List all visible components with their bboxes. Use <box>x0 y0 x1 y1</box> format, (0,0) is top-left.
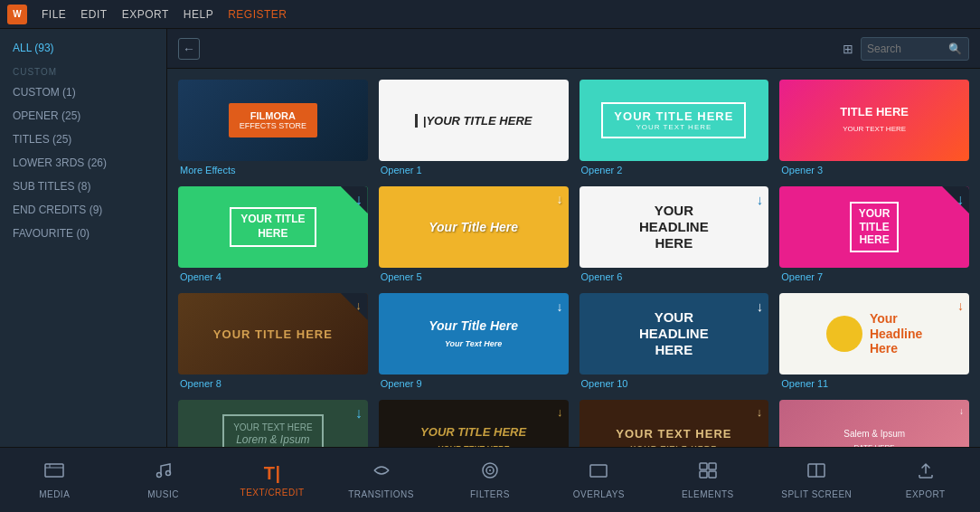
sidebar: ALL (93) CUSTOM CUSTOM (1) OPENER (25) T… <box>0 29 167 447</box>
menu-help[interactable]: HELP <box>184 8 213 21</box>
menu-register[interactable]: REGISTER <box>228 8 287 21</box>
download-badge-13: ↓ <box>557 405 563 421</box>
grid-item-opener9[interactable]: ↓ Your Title HereYour Text Here Opener 9 <box>379 293 569 389</box>
grid-item-opener14[interactable]: ↓ YOUR TEXT HEREYOUR TITLE HERE Opener 1… <box>580 400 769 447</box>
content-panel: ← ⊞ 🔍 FILMORA EFFECTS STORE <box>167 29 980 447</box>
label-opener7: Opener 7 <box>779 271 969 282</box>
grid-item-opener7[interactable]: YOUR TITLE HERE ↓ Opener 7 <box>779 186 969 282</box>
content-header: ← ⊞ 🔍 <box>167 29 980 69</box>
thumb-opener8: YOUR TITLE HERE ↓ <box>178 293 368 375</box>
grid-item-opener5[interactable]: ↓ Your Title Here Opener 5 <box>379 186 569 282</box>
svg-point-1 <box>156 473 161 478</box>
toolbar-elements[interactable]: ELEMENTS <box>672 460 744 499</box>
grid-item-opener11[interactable]: ↓ YourHeadlineHere Opener 11 <box>779 293 969 389</box>
download-badge-9: ↓ <box>557 299 563 315</box>
label-opener3: Opener 3 <box>779 165 969 175</box>
download-badge-12: ↓ <box>355 405 363 422</box>
grid-item-opener1[interactable]: |YOUR TITLE HERE Opener 1 <box>379 80 569 175</box>
export-icon <box>915 460 937 486</box>
search-box: 🔍 <box>861 37 969 61</box>
toolbar-filters[interactable]: FILTERS <box>454 460 526 499</box>
svg-rect-9 <box>700 471 707 478</box>
media-icon <box>43 460 65 486</box>
header-left: ← <box>178 38 200 60</box>
label-opener10: Opener 10 <box>580 378 769 389</box>
sidebar-section-custom: CUSTOM <box>0 63 166 81</box>
download-badge-15: ↓ <box>959 405 964 418</box>
toolbar-split-screen-label: SPLIT SCREEN <box>781 489 852 499</box>
toolbar-overlays[interactable]: OVERLAYS <box>562 460 635 499</box>
grid-item-opener12[interactable]: ↓ YOUR TEXT HERE Lorem & Ipsum DATE HERE… <box>178 400 368 447</box>
grid-item-opener13[interactable]: ↓ YOUR TITLE HEREYOUR TEXT HERE Opener 1… <box>379 400 569 447</box>
toolbar-text-credit[interactable]: T| TEXT/CREDIT <box>236 463 308 498</box>
download-badge-4: ↓ <box>355 192 363 208</box>
split-screen-icon <box>806 460 827 486</box>
sidebar-item-opener[interactable]: OPENER (25) <box>0 104 166 128</box>
back-button[interactable]: ← <box>178 38 200 60</box>
grid-item-opener10[interactable]: ↓ YOURHEADLINEHERE Opener 10 <box>580 293 769 389</box>
yellow-circle <box>826 316 862 352</box>
sidebar-item-custom[interactable]: CUSTOM (1) <box>0 81 166 104</box>
sidebar-item-subtitles[interactable]: SUB TITLES (8) <box>0 175 166 198</box>
sidebar-item-endcredits[interactable]: END CREDITS (9) <box>0 198 166 222</box>
app-logo: W <box>7 5 27 24</box>
thumb-more-effects: FILMORA EFFECTS STORE <box>178 80 368 161</box>
grid-item-opener3[interactable]: TITLE HEREYOUR TEXT HERE Opener 3 <box>779 80 969 175</box>
toolbar-media-label: MEDIA <box>39 489 70 499</box>
grid-item-more-effects[interactable]: FILMORA EFFECTS STORE More Effects <box>178 80 368 175</box>
svg-point-2 <box>165 471 170 476</box>
thumb-opener5: ↓ Your Title Here <box>379 186 569 268</box>
sidebar-item-titles[interactable]: TITLES (25) <box>0 128 166 151</box>
grid-item-opener15[interactable]: ↓ Salem & IpsumDATE HERE Opener 15 <box>779 400 969 447</box>
grid-item-opener8[interactable]: YOUR TITLE HERE ↓ Opener 8 <box>178 293 368 389</box>
search-icon: 🔍 <box>948 43 962 55</box>
toolbar-music-label: MUSIC <box>147 489 179 499</box>
grid-item-opener2[interactable]: YOUR TITLE HERE YOUR TEXT HERE Opener 2 <box>580 80 769 175</box>
label-opener6: Opener 6 <box>580 271 769 282</box>
effects-grid: FILMORA EFFECTS STORE More Effects |YOUR… <box>178 80 969 447</box>
svg-rect-0 <box>45 464 63 477</box>
thumb-opener1: |YOUR TITLE HERE <box>379 80 569 161</box>
filters-icon <box>480 460 500 486</box>
toolbar-export[interactable]: EXPORT <box>890 460 962 499</box>
menu-file[interactable]: FILE <box>42 8 66 21</box>
toolbar-media[interactable]: MEDIA <box>18 460 90 499</box>
menu-export[interactable]: EXPORT <box>122 8 169 21</box>
sidebar-item-favourite[interactable]: FAVOURITE (0) <box>0 222 166 245</box>
thumb-opener2: YOUR TITLE HERE YOUR TEXT HERE <box>580 80 769 161</box>
header-right: ⊞ 🔍 <box>843 37 969 61</box>
overlays-icon <box>588 460 609 486</box>
svg-rect-6 <box>590 465 607 477</box>
label-opener11: Opener 11 <box>779 378 969 389</box>
elements-icon <box>697 460 719 486</box>
grid-item-opener6[interactable]: ↓ YOURHEADLINEHERE Opener 6 <box>580 186 769 282</box>
grid-view-icon[interactable]: ⊞ <box>843 42 853 56</box>
search-input[interactable] <box>867 43 948 55</box>
label-more-effects: More Effects <box>178 165 368 175</box>
toolbar-transitions[interactable]: TRANSITIONS <box>345 460 418 499</box>
download-badge-8: ↓ <box>355 299 363 312</box>
thumb-opener10: ↓ YOURHEADLINEHERE <box>580 293 769 375</box>
svg-rect-7 <box>700 463 707 469</box>
sidebar-item-lower3rds[interactable]: LOWER 3RDS (26) <box>0 151 166 175</box>
svg-rect-8 <box>709 463 716 469</box>
menu-edit[interactable]: EDIT <box>80 8 107 21</box>
label-opener2: Opener 2 <box>580 165 769 175</box>
label-opener1: Opener 1 <box>379 165 569 175</box>
toolbar-split-screen[interactable]: SPLIT SCREEN <box>780 460 853 499</box>
transitions-icon <box>371 460 392 486</box>
download-badge-14: ↓ <box>757 405 764 419</box>
grid-item-opener4[interactable]: YOUR TITLE HERE ↓ Opener 4 <box>178 186 368 282</box>
grid-area: FILMORA EFFECTS STORE More Effects |YOUR… <box>167 69 980 447</box>
thumb-opener14: ↓ YOUR TEXT HEREYOUR TITLE HERE <box>580 400 769 447</box>
label-opener9: Opener 9 <box>379 378 569 389</box>
label-opener4: Opener 4 <box>178 271 368 282</box>
sidebar-item-all[interactable]: ALL (93) <box>0 36 166 60</box>
label-opener8: Opener 8 <box>178 378 368 389</box>
toolbar-music[interactable]: MUSIC <box>127 460 200 499</box>
thumb-opener12: ↓ YOUR TEXT HERE Lorem & Ipsum DATE HERE <box>178 400 368 447</box>
thumb-opener7: YOUR TITLE HERE ↓ <box>779 186 969 268</box>
download-badge-7: ↓ <box>956 192 964 208</box>
bottom-toolbar: MEDIA MUSIC T| TEXT/CREDIT TRANSITIONS <box>0 447 980 512</box>
menu-bar: W FILE EDIT EXPORT HELP REGISTER <box>0 0 980 29</box>
